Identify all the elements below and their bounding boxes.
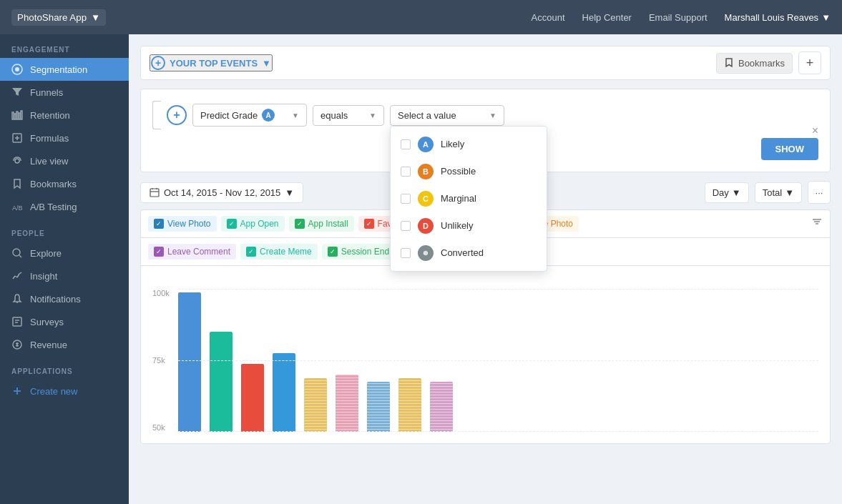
sidebar-item-funnels[interactable]: Funnels xyxy=(0,81,129,104)
dropdown-chevron: ▼ xyxy=(91,12,100,23)
likely-checkbox[interactable] xyxy=(401,139,411,149)
sidebar-item-live-view[interactable]: Live view xyxy=(0,149,129,172)
event-tag-create-meme[interactable]: ✓ Create Meme xyxy=(240,244,318,260)
circle-plus-icon: + xyxy=(151,56,165,70)
sidebar-item-explore[interactable]: Explore xyxy=(0,242,129,265)
bar-5[interactable] xyxy=(336,375,358,432)
y-label-50k: 50k xyxy=(152,423,170,432)
top-events-button[interactable]: + YOUR TOP EVENTS ▼ xyxy=(150,54,273,71)
top-bar-right: Bookmarks + xyxy=(716,51,821,74)
sidebar-item-ab-testing[interactable]: A/B A/B Testing xyxy=(0,195,129,218)
total-select[interactable]: Total ▼ xyxy=(755,182,802,203)
applications-section-label: APPLICATIONS xyxy=(0,356,129,380)
main-content: + YOUR TOP EVENTS ▼ Bookmarks + + xyxy=(129,34,842,504)
dropdown-item-likely[interactable]: A Likely xyxy=(391,131,547,158)
svg-point-1 xyxy=(15,67,19,71)
sidebar-item-retention[interactable]: Retention xyxy=(0,104,129,127)
bookmarks-button[interactable]: Bookmarks xyxy=(716,53,793,74)
app-dropdown[interactable]: PhotoShare App ▼ xyxy=(11,9,106,26)
converted-badge: ⊛ xyxy=(418,245,434,261)
sidebar-item-bookmarks[interactable]: Bookmarks xyxy=(0,172,129,195)
session-end-check: ✓ xyxy=(328,247,338,257)
svg-rect-28 xyxy=(150,189,159,197)
filter-add-button[interactable]: + xyxy=(167,105,187,125)
date-row-right: Day ▼ Total ▼ ··· xyxy=(705,181,831,204)
value-select[interactable]: Select a value ▼ xyxy=(390,105,504,126)
bar-0[interactable] xyxy=(178,292,201,432)
dropdown-item-unlikely[interactable]: D Unlikely xyxy=(391,212,547,239)
layout: ENGAGEMENT Segmentation Funnels Retentio… xyxy=(0,34,842,504)
marginal-checkbox[interactable] xyxy=(401,194,411,204)
segmentation-icon xyxy=(11,64,23,75)
event-tag-leave-comment[interactable]: ✓ Leave Comment xyxy=(148,244,236,260)
show-button[interactable]: SHOW xyxy=(761,138,818,160)
events-chevron: ▼ xyxy=(262,58,271,69)
retention-icon xyxy=(11,109,23,121)
event-tag-app-install[interactable]: ✓ App Install xyxy=(289,216,354,232)
nav-account[interactable]: Account xyxy=(532,12,565,23)
nav-support[interactable]: Email Support xyxy=(649,12,708,23)
svg-line-16 xyxy=(17,274,19,277)
possible-checkbox[interactable] xyxy=(401,167,411,177)
bar-7[interactable] xyxy=(398,378,421,432)
svg-rect-4 xyxy=(16,112,18,119)
predict-grade-select[interactable]: Predict Grade A ▼ xyxy=(192,104,307,127)
calendar-icon xyxy=(150,187,160,197)
header-left: PhotoShare App ▼ xyxy=(11,9,106,26)
bar-3[interactable] xyxy=(273,353,295,432)
tag-filter-button[interactable] xyxy=(811,216,823,232)
date-range-picker[interactable]: Oct 14, 2015 - Nov 12, 2015 ▼ xyxy=(140,182,303,203)
sidebar-item-revenue[interactable]: Revenue xyxy=(0,333,129,356)
chart-bars xyxy=(178,289,818,432)
live-icon xyxy=(11,155,23,167)
funnels-icon xyxy=(11,87,23,98)
leave-comment-check: ✓ xyxy=(154,247,164,257)
add-button[interactable]: + xyxy=(798,51,821,74)
filter-close-button[interactable]: × xyxy=(812,124,818,137)
formulas-icon xyxy=(11,132,23,144)
top-bar: + YOUR TOP EVENTS ▼ Bookmarks + xyxy=(140,46,831,80)
bookmarks-icon xyxy=(11,178,23,189)
sidebar-item-segmentation[interactable]: Segmentation xyxy=(0,58,129,81)
view-photo-check: ✓ xyxy=(154,219,164,229)
filter-area: + Predict Grade A ▼ equals ▼ Select a va… xyxy=(140,89,831,172)
event-tag-app-open[interactable]: ✓ App Open xyxy=(221,216,285,232)
people-section-label: PEOPLE xyxy=(0,218,129,242)
top-bar-left: + YOUR TOP EVENTS ▼ xyxy=(150,54,273,71)
dropdown-item-possible[interactable]: B Possible xyxy=(391,158,547,185)
svg-rect-2 xyxy=(12,112,14,119)
chart-y-labels: 100k 75k 50k xyxy=(152,289,170,432)
sidebar-item-surveys[interactable]: Surveys xyxy=(0,310,129,333)
sidebar-item-create-new[interactable]: Create new xyxy=(0,380,129,402)
event-tag-view-photo[interactable]: ✓ View Photo xyxy=(148,216,217,232)
svg-text:A/B: A/B xyxy=(12,204,23,212)
dropdown-item-converted[interactable]: ⊛ Converted xyxy=(391,239,547,267)
app-name: PhotoShare App xyxy=(17,12,87,23)
surveys-icon xyxy=(11,316,23,327)
svg-rect-3 xyxy=(14,114,16,119)
event-tag-session-end[interactable]: ✓ Session End xyxy=(322,244,395,260)
bar-4[interactable] xyxy=(304,378,327,432)
bar-6[interactable] xyxy=(367,382,390,432)
svg-point-12 xyxy=(13,249,20,256)
nav-help[interactable]: Help Center xyxy=(582,12,632,23)
converted-checkbox[interactable] xyxy=(401,248,411,258)
dropdown-item-marginal[interactable]: C Marginal xyxy=(391,185,547,212)
bar-2[interactable] xyxy=(241,364,264,432)
sidebar-item-insight[interactable]: Insight xyxy=(0,265,129,287)
svg-point-10 xyxy=(15,159,19,163)
more-options-button[interactable]: ··· xyxy=(808,181,831,204)
svg-line-14 xyxy=(13,276,15,279)
total-chevron: ▼ xyxy=(785,187,794,198)
equals-select[interactable]: equals ▼ xyxy=(313,105,384,126)
sidebar-item-formulas[interactable]: Formulas xyxy=(0,127,129,149)
sidebar-item-notifications[interactable]: Notifications xyxy=(0,287,129,310)
bar-8[interactable] xyxy=(430,382,453,432)
grade-a-badge: A xyxy=(418,137,434,152)
gridline-top xyxy=(178,289,818,290)
value-chevron: ▼ xyxy=(489,112,496,119)
bar-1[interactable] xyxy=(210,332,232,432)
unlikely-checkbox[interactable] xyxy=(401,221,411,231)
period-select[interactable]: Day ▼ xyxy=(705,182,749,203)
user-menu[interactable]: Marshall Louis Reaves ▼ xyxy=(725,12,831,23)
